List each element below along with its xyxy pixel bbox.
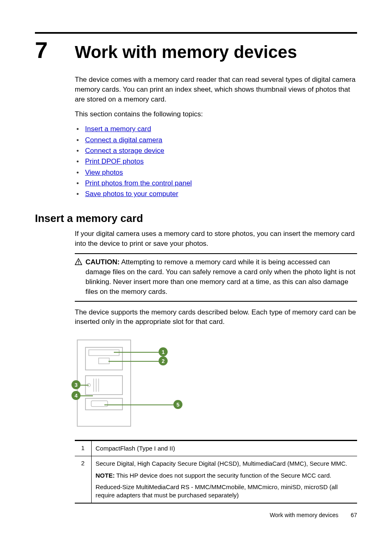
svg-rect-7 bbox=[85, 376, 122, 395]
topic-link-print-dpof-photos[interactable]: Print DPOF photos bbox=[85, 157, 144, 165]
diagram-callout-3: 3 bbox=[71, 380, 81, 389]
svg-rect-4 bbox=[85, 347, 122, 370]
topics-intro: This section contains the following topi… bbox=[75, 109, 357, 119]
note-label: NOTE: bbox=[96, 472, 115, 479]
caution-text-block: CAUTION: Attempting to remove a memory c… bbox=[85, 257, 357, 296]
diagram-callout-5: 5 bbox=[173, 400, 182, 409]
callout-line-3 bbox=[81, 385, 89, 386]
section-p2: The device supports the memory cards des… bbox=[75, 307, 357, 327]
table-cell-desc-1: CompactFlash (Type I and II) bbox=[91, 441, 357, 456]
svg-point-2 bbox=[78, 263, 79, 264]
memory-card-diagram: 1 2 3 4 5 bbox=[75, 336, 186, 428]
topic-link-view-photos[interactable]: View photos bbox=[85, 169, 123, 176]
callout-line-4 bbox=[81, 395, 93, 396]
svg-rect-5 bbox=[89, 350, 119, 356]
diagram-callout-4: 4 bbox=[71, 391, 81, 400]
page-top-rule bbox=[35, 32, 357, 34]
topic-link-save-photos-computer[interactable]: Save photos to your computer bbox=[85, 190, 178, 198]
caution-icon bbox=[75, 258, 82, 267]
page-footer: Work with memory devices 67 bbox=[270, 512, 357, 518]
caution-label: CAUTION: bbox=[85, 258, 120, 266]
diagram-callout-1: 1 bbox=[159, 347, 168, 356]
table-cell-num-2: 2 bbox=[75, 456, 91, 503]
topics-list: Insert a memory card Connect a digital c… bbox=[75, 124, 357, 199]
callout-line-2 bbox=[108, 361, 159, 362]
svg-rect-6 bbox=[99, 358, 109, 364]
caution-body: Attempting to remove a memory card while… bbox=[85, 258, 355, 295]
topic-link-connect-storage-device[interactable]: Connect a storage device bbox=[85, 147, 164, 155]
svg-rect-13 bbox=[91, 401, 108, 407]
topic-link-insert-memory-card[interactable]: Insert a memory card bbox=[85, 125, 151, 133]
table-row: 1 CompactFlash (Type I and II) bbox=[75, 441, 357, 456]
table-cell-num-1: 1 bbox=[75, 441, 91, 456]
table-row: 2 Secure Digital, High Capacity Secure D… bbox=[75, 456, 357, 503]
section-p1: If your digital camera uses a memory car… bbox=[75, 229, 357, 249]
chapter-number: 7 bbox=[35, 39, 75, 62]
topic-link-print-photos-control-panel[interactable]: Print photos from the control panel bbox=[85, 179, 192, 187]
chapter-title: Work with memory devices bbox=[75, 43, 297, 62]
intro-paragraph: The device comes with a memory card read… bbox=[75, 75, 357, 104]
callout-line-1 bbox=[114, 352, 159, 353]
card-slots-svg bbox=[75, 336, 145, 428]
note-text: This HP device does not support the secu… bbox=[116, 472, 331, 479]
footer-title: Work with memory devices bbox=[270, 512, 339, 518]
card-table: 1 CompactFlash (Type I and II) 2 Secure … bbox=[75, 440, 357, 504]
diagram-callout-2: 2 bbox=[159, 356, 168, 365]
callout-line-5 bbox=[104, 404, 174, 405]
table-cell-desc-2: Secure Digital, High Capacity Secure Dig… bbox=[91, 456, 357, 503]
section-heading-insert-memory-card: Insert a memory card bbox=[35, 212, 357, 225]
topic-link-connect-digital-camera[interactable]: Connect a digital camera bbox=[85, 136, 162, 144]
caution-callout: CAUTION: Attempting to remove a memory c… bbox=[75, 253, 357, 301]
footer-page-number: 67 bbox=[350, 512, 357, 518]
chapter-header: 7 Work with memory devices bbox=[35, 39, 357, 62]
